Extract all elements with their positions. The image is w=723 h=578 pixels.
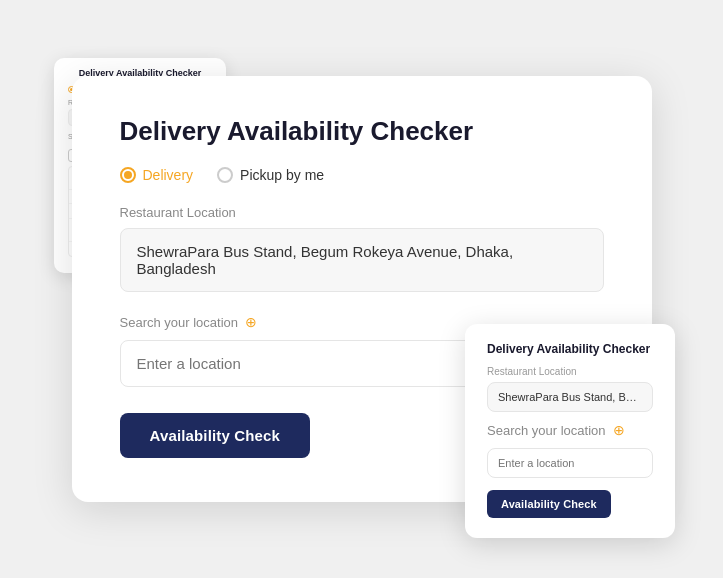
pickup-radio-dot xyxy=(217,167,233,183)
pickup-option[interactable]: Pickup by me xyxy=(217,167,324,183)
page-title: Delivery Availability Checker xyxy=(120,116,604,147)
delivery-label: Delivery xyxy=(143,167,194,183)
availability-check-button[interactable]: Availability Check xyxy=(120,413,311,458)
location-target-icon: ⊕ xyxy=(245,314,257,330)
search-your-location-label: Search your location xyxy=(120,315,239,330)
small-card: Delivery Availability Checker Restaurant… xyxy=(465,324,675,538)
small-location-input[interactable] xyxy=(487,448,653,478)
restaurant-location-label: Restaurant Location xyxy=(120,205,604,220)
pickup-label: Pickup by me xyxy=(240,167,324,183)
small-card-title: Delivery Availability Checker xyxy=(487,342,653,356)
delivery-option[interactable]: Delivery xyxy=(120,167,194,183)
small-restaurant-location-value: ShewraPara Bus Stand, Begum Rokeya Aven xyxy=(487,382,653,412)
delivery-radio-dot xyxy=(120,167,136,183)
small-location-target-icon: ⊕ xyxy=(613,422,625,438)
delivery-type-row: Delivery Pickup by me xyxy=(120,167,604,183)
restaurant-location-value: ShewraPara Bus Stand, Begum Rokeya Avenu… xyxy=(120,228,604,292)
small-restaurant-location-label: Restaurant Location xyxy=(487,366,653,377)
small-search-label: Search your location xyxy=(487,423,606,438)
small-search-label-row: Search your location ⊕ xyxy=(487,422,653,438)
small-availability-check-button[interactable]: Availability Check xyxy=(487,490,611,518)
